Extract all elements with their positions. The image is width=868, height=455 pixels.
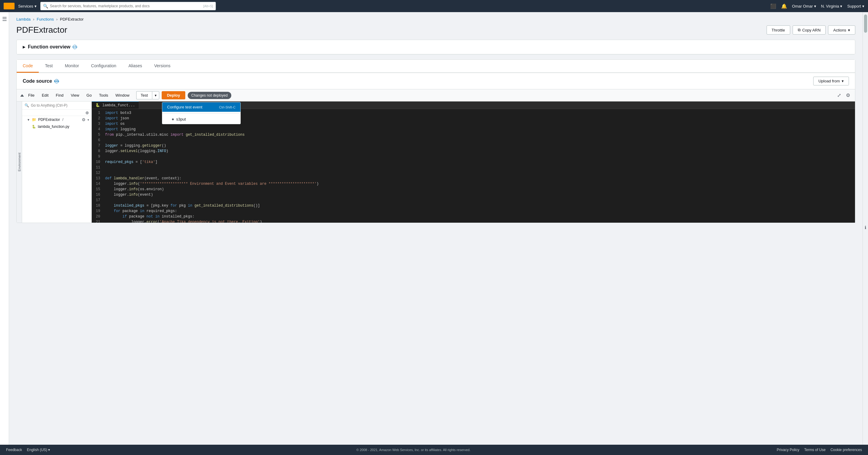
go-menu[interactable]: Go xyxy=(84,92,95,99)
aws-logo: aws xyxy=(4,3,14,9)
configure-test-event-option[interactable]: Configure test event Ctrl-Shift-C xyxy=(162,102,240,112)
nav-right-section: ⬛ 🔔 Omar Omar ▾ N. Virginia ▾ Support ▾ xyxy=(770,3,864,9)
file-menu[interactable]: File xyxy=(25,92,37,99)
folder-icon: 📁 xyxy=(32,118,36,122)
page-header: PDFExtractor Throttle ⧉ Copy ARN Actions… xyxy=(17,25,855,35)
code-source-info-icon[interactable]: Info xyxy=(55,79,59,83)
file-search[interactable]: 🔍 xyxy=(22,101,91,110)
tab-aliases[interactable]: Aliases xyxy=(122,60,148,73)
upload-from-button[interactable]: Upload from ▾ xyxy=(813,77,849,85)
environment-tab[interactable]: Environment xyxy=(18,153,21,172)
fullscreen-icon[interactable]: ⤢ xyxy=(836,91,842,99)
vertical-scrollbar-thumb[interactable] xyxy=(864,14,867,33)
deploy-button[interactable]: Deploy xyxy=(162,91,185,99)
file-item-lambda[interactable]: 🐍 lambda_function.py xyxy=(22,123,91,130)
language-selector[interactable]: English (US) ▾ xyxy=(27,448,50,452)
privacy-policy-link[interactable]: Privacy Policy xyxy=(777,448,800,452)
breadcrumb-functions[interactable]: Functions xyxy=(37,17,54,22)
services-chevron-icon: ▾ xyxy=(34,4,37,8)
main-tabs: Code Test Monitor Configuration Aliases … xyxy=(17,60,855,73)
code-content: 1 import boto3 2 import json 3 import os xyxy=(92,109,855,223)
breadcrumb-sep-2: › xyxy=(56,17,58,22)
test-dropdown-button[interactable]: ▾ xyxy=(152,91,159,99)
test-button[interactable]: Test xyxy=(136,91,152,99)
expand-icon[interactable]: ▶ xyxy=(23,45,25,49)
code-line-5: 5 from pip._internal.utils.misc import g… xyxy=(92,132,855,138)
tab-versions[interactable]: Versions xyxy=(148,60,177,73)
tools-menu[interactable]: Tools xyxy=(96,92,111,99)
view-menu[interactable]: View xyxy=(68,92,82,99)
settings-icon[interactable]: ⚙ xyxy=(845,91,851,99)
edit-menu[interactable]: Edit xyxy=(39,92,52,99)
svg-text:aws: aws xyxy=(5,4,10,8)
info-side-icon[interactable]: ℹ xyxy=(865,225,866,230)
feedback-link[interactable]: Feedback xyxy=(6,448,22,452)
code-line-16: 16 logger.info(event) xyxy=(92,192,855,198)
file-actions-icon[interactable]: ⊕ xyxy=(85,110,89,115)
sidebar-toggle-btn[interactable]: ☰ xyxy=(0,12,9,455)
throttle-button[interactable]: Throttle xyxy=(767,25,790,34)
language-chevron-icon: ▾ xyxy=(48,448,50,452)
file-search-input[interactable] xyxy=(31,103,89,108)
cookie-preferences-link[interactable]: Cookie preferences xyxy=(831,448,862,452)
code-line-9: 9 xyxy=(92,154,855,159)
right-scrollbar-panel: ℹ xyxy=(863,12,868,455)
bell-icon[interactable]: 🔔 xyxy=(781,3,787,9)
test-button-group: Test ▾ xyxy=(136,91,160,99)
terminal-icon[interactable]: ⬛ xyxy=(770,3,776,9)
code-line-19: 19 for package in required_pkgs: xyxy=(92,208,855,214)
folder-chevron-icon: ▼ xyxy=(27,118,30,121)
terms-of-use-link[interactable]: Terms of Use xyxy=(804,448,826,452)
region-menu[interactable]: N. Virginia ▾ xyxy=(821,4,843,8)
support-menu[interactable]: Support ▾ xyxy=(847,4,864,8)
support-chevron-icon: ▾ xyxy=(862,4,864,8)
editor-area: Environment 🔍 ⊕ ▼ 📁 PDFExtractor xyxy=(17,101,855,223)
user-menu[interactable]: Omar Omar ▾ xyxy=(792,4,816,8)
breadcrumb: Lambda › Functions › PDFExtractor xyxy=(17,17,855,22)
test-dropdown-popup: Configure test event Ctrl-Shift-C s3put xyxy=(162,102,241,124)
code-line-18: 18 installed_pkgs = [pkg.key for pkg in … xyxy=(92,203,855,208)
folder-item[interactable]: ▼ 📁 PDFExtractor / ⚙ ▾ xyxy=(22,116,91,123)
breadcrumb-lambda[interactable]: Lambda xyxy=(17,17,31,22)
window-menu[interactable]: Window xyxy=(112,92,132,99)
toolbar-collapse-icon[interactable] xyxy=(20,94,24,97)
tab-monitor[interactable]: Monitor xyxy=(59,60,85,73)
function-overview-info[interactable]: Info xyxy=(73,45,77,49)
function-overview-card: ▶ Function overview Info xyxy=(17,40,855,55)
folder-chevron-down-icon: ▾ xyxy=(88,118,89,121)
breadcrumb-sep-1: › xyxy=(33,17,34,22)
folder-slash: / xyxy=(62,118,63,122)
footer-left: Feedback English (US) ▾ xyxy=(6,448,50,452)
code-line-8: 8 logger.setLevel(logging.INFO) xyxy=(92,148,855,154)
tab-test[interactable]: Test xyxy=(39,60,59,73)
search-input[interactable] xyxy=(50,4,202,8)
code-line-15: 15 logger.info(os.environ) xyxy=(92,187,855,192)
code-line-20: 20 if package not in installed_pkgs: xyxy=(92,214,855,219)
editor-tab-icon: 🐍 xyxy=(95,103,100,108)
actions-button[interactable]: Actions ▾ xyxy=(828,25,855,34)
footer-copyright: © 2008 - 2021, Amazon Web Services, Inc.… xyxy=(356,448,470,452)
services-menu[interactable]: Services ▾ xyxy=(18,4,37,8)
code-line-21: 21 logger.error('Apache Tika dependency … xyxy=(92,219,855,223)
changes-not-deployed-badge: Changes not deployed xyxy=(188,92,231,99)
code-line-7: 7 logger = logging.getLogger() xyxy=(92,143,855,148)
editor-tab[interactable]: 🐍 lambda_funct... xyxy=(92,101,139,109)
s3put-option[interactable]: s3put xyxy=(162,115,240,124)
find-menu[interactable]: Find xyxy=(53,92,66,99)
copy-icon: ⧉ xyxy=(798,28,801,32)
footer-right: Privacy Policy Terms of Use Cookie prefe… xyxy=(777,448,862,452)
tab-configuration[interactable]: Configuration xyxy=(85,60,122,73)
function-overview-header: ▶ Function overview Info xyxy=(17,40,855,54)
file-tree-toolbar: ⊕ xyxy=(22,110,91,116)
copy-arn-button[interactable]: ⧉ Copy ARN xyxy=(793,25,826,34)
global-search[interactable]: 🔍 [Alt+S] xyxy=(40,2,216,10)
tab-code[interactable]: Code xyxy=(17,60,39,73)
region-chevron-icon: ▾ xyxy=(840,4,842,8)
vertical-scrollbar-track[interactable] xyxy=(864,14,867,33)
code-line-12: 12 xyxy=(92,170,855,176)
dropdown-divider xyxy=(162,113,240,113)
folder-gear-icon[interactable]: ⚙ xyxy=(82,117,86,122)
upload-chevron-icon: ▾ xyxy=(842,79,844,83)
code-line-6: 6 xyxy=(92,138,855,143)
top-navigation: aws Services ▾ 🔍 [Alt+S] ⬛ 🔔 Omar Omar ▾… xyxy=(0,0,868,12)
